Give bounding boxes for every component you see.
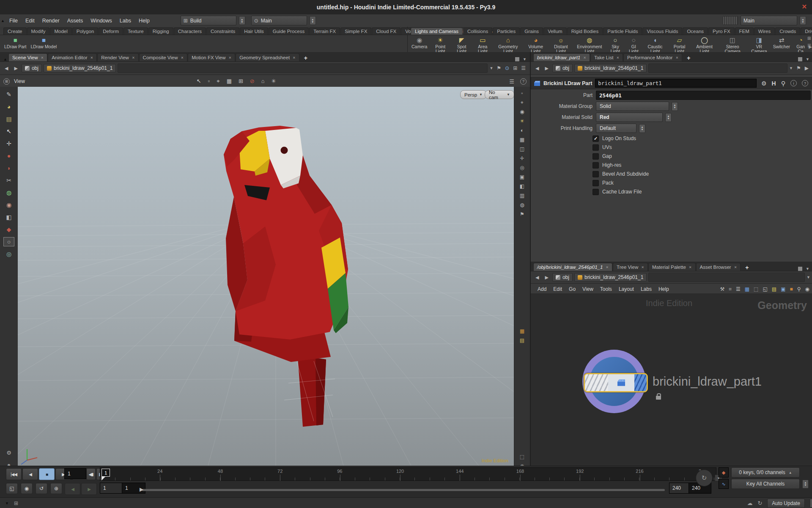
flag-display-icon[interactable]: ⚑ — [520, 211, 524, 217]
pane-maximize-icon[interactable] — [515, 57, 519, 61]
shading-icon[interactable]: ◐ — [521, 127, 524, 133]
muscle-tool-icon[interactable]: ◗ — [4, 164, 14, 172]
camera-lock-icon[interactable]: ◎ — [520, 165, 524, 171]
point-light-tool[interactable]: ☀Point Light — [431, 37, 449, 53]
houdini-engine-icon[interactable]: H — [772, 80, 776, 87]
shelf-tab-oceans[interactable]: Oceans — [683, 28, 708, 35]
menu-help[interactable]: Help — [135, 18, 154, 24]
material-group-spinner[interactable]: ▲▼ — [672, 102, 678, 111]
tab-close-icon[interactable]: ✕ — [91, 56, 93, 60]
bevel-subdivide-checkbox[interactable]: ✓ — [593, 171, 599, 177]
tab-close-icon[interactable]: ✕ — [689, 265, 692, 269]
box-network-icon[interactable]: ■ — [790, 286, 793, 292]
path-back-icon[interactable]: ◀ — [3, 65, 10, 72]
normals-icon[interactable]: ◍ — [520, 202, 524, 208]
params-gear-icon[interactable]: ⚙ — [761, 80, 767, 87]
network-root-chip[interactable]: obj — [552, 273, 573, 282]
menu-edit[interactable]: Edit — [22, 18, 38, 24]
net-menu-help[interactable]: Help — [655, 286, 672, 292]
background-image-icon[interactable]: ▣ — [781, 286, 785, 292]
menu-file[interactable]: File — [5, 18, 22, 24]
path-forward-icon[interactable]: ▶ — [12, 65, 19, 72]
range-slider[interactable]: ▶ — [142, 489, 665, 491]
shelf-tab-modify[interactable]: Modify — [27, 28, 50, 35]
play-reverse-button[interactable]: ◀ — [22, 468, 38, 480]
params-root-chip[interactable]: obj — [552, 64, 573, 72]
pane-expand-icon[interactable]: ▲ — [1, 19, 5, 23]
params-info-icon[interactable]: i — [790, 80, 797, 86]
print-handling-spinner[interactable]: ▲▼ — [639, 124, 645, 133]
sphere-tool-icon[interactable]: ○ — [4, 237, 14, 246]
path-input[interactable] — [118, 64, 488, 73]
cut-tool-icon[interactable]: ✂ — [4, 176, 14, 185]
color-palette-icon[interactable]: ▦ — [745, 286, 749, 292]
tab-asset-browser[interactable]: Asset Browser✕ — [696, 263, 741, 271]
main-selector[interactable]: ⊙ Main — [251, 16, 307, 25]
channels-waveform-icon[interactable]: ∿ — [719, 479, 729, 489]
geometry-light-tool[interactable]: ⌂Geometry Light — [495, 37, 521, 53]
shelf-tab-wires[interactable]: Wires — [754, 28, 775, 35]
sticky-note-icon[interactable]: ▤ — [772, 286, 776, 292]
shelf-tab-particles[interactable]: Particles — [493, 28, 520, 35]
tab-close-icon[interactable]: ✕ — [583, 56, 586, 60]
tab-close-icon[interactable]: ✕ — [641, 265, 644, 269]
paint-sphere-tool-icon[interactable]: ◕ — [4, 102, 14, 111]
shelf-tab-cloud-fx[interactable]: Cloud FX — [372, 28, 401, 35]
params-maximize-icon[interactable] — [798, 57, 802, 61]
path-node-chip[interactable]: brickini_ldraw_2546p01_1 — [44, 64, 116, 72]
pane-layout-split-icon[interactable]: ☰ — [521, 65, 526, 71]
windows-icon[interactable]: ◱ — [763, 286, 767, 292]
cook-refresh-icon[interactable]: ↻ — [757, 500, 762, 506]
network-node-chip[interactable]: brickini_ldraw_2546p01_1 — [574, 273, 647, 282]
add-params-tab-icon[interactable]: + — [683, 55, 694, 61]
multi-pane-icon[interactable]: ⊞ — [239, 78, 243, 85]
shelf-tab-create[interactable]: Create — [3, 28, 27, 35]
network-history-icon[interactable]: ▼ — [807, 275, 810, 279]
node-name-field[interactable]: brickini_ldraw_part1 — [595, 79, 757, 88]
network-back-icon[interactable]: ◀ — [533, 274, 541, 281]
view-menu-label[interactable]: View — [14, 78, 25, 84]
shelf-tab-model[interactable]: Model — [50, 28, 71, 35]
auto-update-spinner[interactable]: ▲▼ — [810, 499, 812, 508]
shelf-tab-rigging[interactable]: Rigging — [148, 28, 173, 35]
projection-button[interactable]: Persp▼ — [460, 90, 487, 99]
tab-composite-view[interactable]: Composite View✕ — [139, 53, 188, 61]
tab-animation-editor[interactable]: Animation Editor✕ — [48, 53, 97, 61]
camera-tool[interactable]: ◉Camera — [411, 37, 427, 49]
tab-close-icon[interactable]: ✕ — [675, 56, 678, 60]
shelf-tab-hair-utils[interactable]: Hair Utils — [240, 28, 268, 35]
go-to-start-button[interactable]: |◀◀ — [6, 468, 22, 480]
keyframe-icon[interactable]: ◆ — [719, 467, 729, 478]
select-tool-icon[interactable]: ↖ — [4, 127, 14, 135]
net-menu-labs[interactable]: Labs — [637, 286, 655, 292]
uv-grid-icon[interactable]: ▦ — [520, 328, 524, 334]
current-frame-field[interactable]: 1 — [64, 468, 86, 479]
shelf-tab-simple-fx[interactable]: Simple FX — [340, 28, 371, 35]
caustic-light-tool[interactable]: ◖Caustic Light — [645, 37, 666, 53]
no-selection-icon[interactable]: ⊘ — [250, 78, 255, 85]
params-node-chip[interactable]: brickini_ldraw_2546p01_1 — [574, 64, 647, 72]
brickini-ldraw-node[interactable] — [584, 373, 648, 392]
network-forward-icon[interactable]: ▶ — [543, 274, 550, 281]
viewport-settings-icon[interactable]: ⚙ — [4, 448, 14, 457]
material-group-dropdown[interactable]: Solid — [596, 102, 669, 111]
material-solid-dropdown[interactable]: Red — [596, 113, 663, 122]
playhead-marker[interactable]: 1 — [102, 469, 110, 477]
stereo-camera-tool[interactable]: ◫Stereo Camera — [720, 37, 745, 53]
shelf-tab-grains[interactable]: Grains — [520, 28, 543, 35]
list-view-icon[interactable]: ☰ — [736, 286, 741, 292]
wireframe-icon[interactable]: ▥ — [520, 193, 524, 199]
pane-layout-single-icon[interactable]: ⊞ — [513, 65, 517, 71]
vr-camera-tool[interactable]: ◨VR Camera — [749, 37, 769, 53]
gi-light-tool[interactable]: ◌GI Light — [627, 37, 640, 53]
params-history-icon[interactable]: ▼ — [789, 66, 793, 70]
transform-tool-icon[interactable]: ✛ — [4, 139, 14, 148]
drop-tool-icon[interactable]: ◎ — [4, 250, 14, 258]
tab-close-icon[interactable]: ✕ — [132, 56, 135, 60]
gan-camera-tool[interactable]: ◔Gan Ca — [794, 37, 807, 53]
net-menu-edit[interactable]: Edit — [550, 286, 565, 292]
viewport-canvas[interactable]: Persp▼ No cam▼ Indie Edition — [18, 87, 514, 466]
key-all-spinner[interactable]: ▲▼ — [802, 480, 809, 489]
ambient-light-tool[interactable]: ◯Ambient Light — [693, 37, 716, 53]
select-mode-icon[interactable]: ↖ — [197, 78, 201, 85]
